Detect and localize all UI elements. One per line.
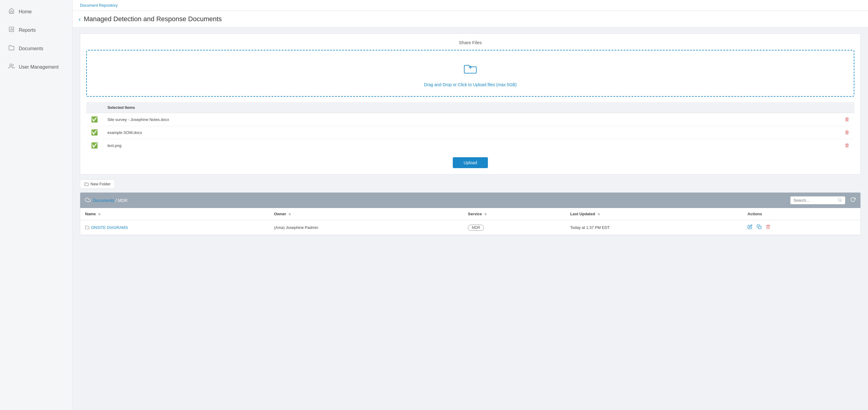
selected-item-name: example SOW.docx xyxy=(102,126,840,139)
sidebar: Home Reports Documents User Management xyxy=(0,0,73,410)
home-icon xyxy=(8,8,14,15)
sidebar-item-label: Reports xyxy=(19,28,36,33)
selected-item-row: ✅ test.png 🗑 xyxy=(86,139,855,152)
search-box xyxy=(790,196,845,204)
breadcrumb-folder: MDR xyxy=(118,198,127,203)
folder-link[interactable]: ONSITE DIAGRAMS xyxy=(85,225,264,230)
breadcrumb-documents-link[interactable]: Documents xyxy=(93,198,115,203)
drop-zone[interactable]: Drag and Drop or Click to Upload files (… xyxy=(86,50,855,97)
sidebar-item-reports[interactable]: Reports xyxy=(0,21,72,39)
content-area: Share Files Drag and Drop or Click to Up… xyxy=(73,28,868,410)
documents-table: Name ⇅ Owner ⇅ Service ⇅ Last Updated xyxy=(80,208,861,235)
breadcrumb-separator: / xyxy=(115,198,118,203)
upload-button-wrap: Upload xyxy=(86,157,855,168)
sidebar-item-home[interactable]: Home xyxy=(0,2,72,21)
selected-items-table: Selected Items ✅ Site survey - Josephine… xyxy=(86,102,855,152)
col-service: Service ⇅ xyxy=(463,208,565,220)
folder-actions: New Folder xyxy=(80,179,861,189)
drop-zone-text: Drag and Drop or Click to Upload files (… xyxy=(424,82,517,87)
share-files-card: Share Files Drag and Drop or Click to Up… xyxy=(80,34,861,174)
sidebar-item-label: Documents xyxy=(19,46,43,52)
users-icon xyxy=(8,63,14,71)
sort-icon-name: ⇅ xyxy=(98,212,100,216)
page-title: Managed Detection and Response Documents xyxy=(84,15,222,23)
sidebar-item-label: Home xyxy=(19,9,32,14)
copy-icon[interactable] xyxy=(756,224,762,230)
selected-item-name: test.png xyxy=(102,139,840,152)
delete-item-icon[interactable]: 🗑 xyxy=(845,143,849,148)
sidebar-item-label: User Management xyxy=(19,64,59,70)
doc-service-cell: MDR xyxy=(463,220,565,235)
sort-icon-service: ⇅ xyxy=(484,212,487,216)
delete-item-icon[interactable]: 🗑 xyxy=(845,117,849,122)
main-content: Document Repository ‹ Managed Detection … xyxy=(73,0,868,410)
cloud-icon xyxy=(85,197,91,204)
selected-item-row: ✅ example SOW.docx 🗑 xyxy=(86,126,855,139)
doc-owner-cell: (Ama) Josephine Padmin xyxy=(269,220,463,235)
doc-name-cell: ONSITE DIAGRAMS xyxy=(80,220,269,235)
breadcrumb: Document Repository xyxy=(73,0,868,11)
documents-table-wrap: Documents / MDR Name xyxy=(80,192,861,235)
share-files-title: Share Files xyxy=(86,40,855,45)
svg-rect-7 xyxy=(758,226,761,229)
sort-icon-owner: ⇅ xyxy=(288,212,291,216)
col-owner: Owner ⇅ xyxy=(269,208,463,220)
check-icon: ✅ xyxy=(91,129,98,135)
svg-point-4 xyxy=(10,64,12,66)
col-last-updated: Last Updated ⇅ xyxy=(565,208,743,220)
back-button[interactable]: ‹ xyxy=(79,16,81,23)
check-icon: ✅ xyxy=(91,142,98,148)
sidebar-item-user-management[interactable]: User Management xyxy=(0,58,72,76)
search-input[interactable] xyxy=(794,198,836,203)
service-badge: MDR xyxy=(468,225,484,231)
upload-button[interactable]: Upload xyxy=(453,157,488,168)
reports-icon xyxy=(8,26,14,34)
search-icon xyxy=(838,198,842,203)
refresh-button[interactable] xyxy=(850,197,856,204)
delete-item-icon[interactable]: 🗑 xyxy=(845,130,849,135)
selected-item-name: Site survey - Josephine Notes.docx xyxy=(102,113,840,126)
doc-updated-cell: Today at 1:37 PM EDT xyxy=(565,220,743,235)
sidebar-item-documents[interactable]: Documents xyxy=(0,39,72,58)
table-row: ONSITE DIAGRAMS (Ama) Josephine Padmin M… xyxy=(80,220,861,235)
check-icon: ✅ xyxy=(91,116,98,123)
doc-breadcrumb: Documents / MDR xyxy=(93,198,127,203)
new-folder-label: New Folder xyxy=(91,182,111,186)
documents-icon xyxy=(8,45,14,52)
doc-actions-cell xyxy=(743,220,861,235)
page-header: ‹ Managed Detection and Response Documen… xyxy=(73,11,868,28)
delete-icon[interactable] xyxy=(766,224,771,230)
selected-items-header: Selected Items xyxy=(102,102,840,113)
svg-line-6 xyxy=(841,201,842,202)
col-actions: Actions xyxy=(743,208,861,220)
new-folder-button[interactable]: New Folder xyxy=(80,179,115,189)
col-name: Name ⇅ xyxy=(80,208,269,220)
selected-item-row: ✅ Site survey - Josephine Notes.docx 🗑 xyxy=(86,113,855,126)
action-icons xyxy=(748,224,856,230)
upload-folder-icon xyxy=(462,60,479,79)
sort-icon-updated: ⇅ xyxy=(597,212,600,216)
edit-icon[interactable] xyxy=(748,224,752,230)
documents-table-header: Documents / MDR xyxy=(80,193,861,208)
